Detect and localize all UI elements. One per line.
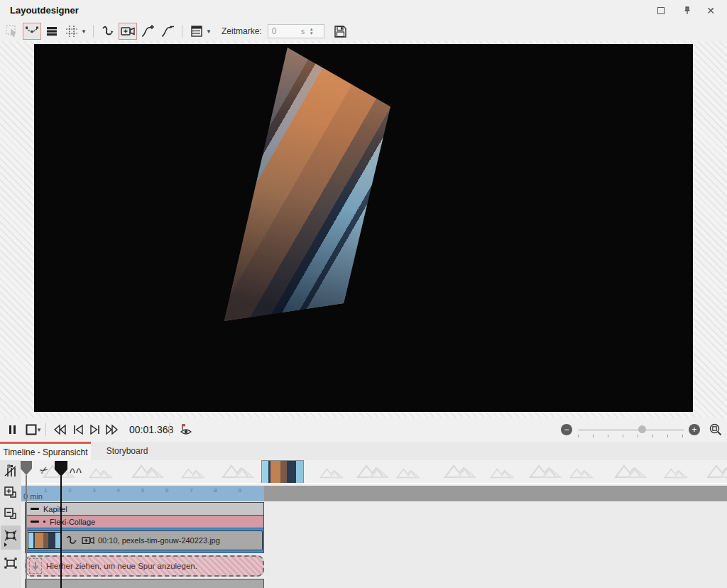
- forward-button[interactable]: [104, 421, 121, 438]
- clip-camera-icon: [81, 535, 95, 546]
- jump-end-icon: [89, 424, 102, 435]
- add-track-button[interactable]: [1, 483, 21, 501]
- transport-separator: [169, 423, 170, 436]
- remove-track-button[interactable]: [1, 504, 21, 523]
- keyframe-list-button[interactable]: [187, 23, 206, 40]
- toolbar-separator: [93, 25, 94, 38]
- image-placeholder-icon: [444, 462, 476, 481]
- save-icon: [334, 25, 347, 38]
- image-placeholder-icon: [181, 466, 205, 481]
- preview-canvas[interactable]: [34, 44, 693, 412]
- track-label: Flexi-Collage: [50, 518, 95, 526]
- animation-curve-button[interactable]: [99, 23, 117, 40]
- timeline-ruler[interactable]: 0 min 123456789: [21, 486, 727, 501]
- maximize-icon: [657, 7, 665, 14]
- ruler-tick-label: 1: [44, 487, 47, 494]
- filmstrip-thumbnail[interactable]: [261, 460, 304, 484]
- image-placeholder-icon: [664, 466, 688, 481]
- optimize-view-dropdown-arrow[interactable]: [4, 543, 7, 547]
- shrink-view-icon: [4, 529, 18, 542]
- curve-points-icon: [25, 24, 39, 38]
- image-placeholder-icon: [706, 462, 727, 481]
- grid-icon: [65, 24, 79, 38]
- ruler-tick-label: 7: [190, 487, 192, 494]
- add-track-icon: [4, 485, 18, 499]
- remove-keyframe-button[interactable]: [158, 23, 177, 40]
- wave-icon: [68, 464, 84, 476]
- zeitmarke-stepper[interactable]: ▲▼: [310, 27, 315, 36]
- pause-button[interactable]: [4, 421, 21, 438]
- track-stripes-button[interactable]: [43, 23, 61, 40]
- ruler-tick-label: 6: [165, 487, 168, 494]
- clip-label: 00:10, pexels-tim-gouw-240223.jpg: [98, 536, 220, 545]
- stepper-down-icon[interactable]: ▼: [310, 31, 314, 36]
- toolbar-separator: [182, 25, 182, 38]
- timeline-sidebar: [0, 460, 21, 588]
- track-mute-icon: [4, 464, 18, 478]
- zoom-out-button[interactable]: −: [561, 424, 572, 435]
- rewind-icon: [53, 424, 67, 435]
- expand-view-icon: [4, 557, 18, 570]
- range-marker-line: [26, 475, 27, 588]
- filmstrip-row[interactable]: [21, 460, 727, 484]
- remove-track-icon: [4, 506, 18, 521]
- clip-curve-icon: [65, 534, 78, 547]
- expand-view-button[interactable]: [1, 554, 21, 572]
- image-placeholder-icon: [356, 462, 389, 481]
- ruler-tick-label: 4: [117, 487, 120, 494]
- preview-image[interactable]: [224, 48, 390, 321]
- collapse-dash-icon[interactable]: [31, 521, 39, 523]
- transport-separator: [45, 423, 46, 436]
- arrow-down-icon: [32, 561, 39, 571]
- pin-button[interactable]: [678, 2, 696, 19]
- curve-mode-button[interactable]: [23, 23, 41, 40]
- zeitmarke-input[interactable]: [268, 26, 301, 36]
- grid-dropdown-arrow[interactable]: ▼: [81, 28, 88, 35]
- zeitmarke-field: s ▲▼: [268, 24, 324, 38]
- object-mode-button[interactable]: [1, 462, 21, 480]
- tab-timeline-spuransicht[interactable]: Timeline - Spuransicht: [0, 442, 91, 460]
- grid-button[interactable]: [62, 23, 81, 40]
- optimize-view-button[interactable]: [1, 526, 21, 550]
- image-placeholder-icon: [490, 466, 514, 481]
- zoom-slider-track[interactable]: [578, 429, 684, 431]
- select-mode-button[interactable]: [3, 23, 21, 40]
- ruler-tick-label: 2: [68, 487, 71, 494]
- jump-start-button[interactable]: [70, 421, 87, 438]
- playhead-line: [60, 475, 62, 588]
- preview-marker-button[interactable]: [177, 421, 195, 438]
- clip-thumbnail: [28, 532, 62, 549]
- save-button[interactable]: [332, 23, 350, 40]
- ruler-tick-label: 9: [239, 487, 241, 494]
- image-placeholder-icon: [396, 466, 420, 481]
- keyframe-list-dropdown-arrow[interactable]: ▼: [206, 28, 213, 35]
- view-tabs: Timeline - Spuransicht Storyboard: [0, 442, 727, 460]
- panel-titlebar: Layoutdesigner ✕: [0, 0, 727, 21]
- pin-icon: [682, 6, 692, 16]
- zoom-in-button[interactable]: +: [689, 424, 700, 435]
- tab-label: Timeline - Spuransicht: [4, 447, 88, 457]
- track-label: Kapitel: [43, 505, 67, 513]
- camera-icon: [120, 25, 136, 38]
- forward-icon: [105, 424, 119, 435]
- s-curve-icon: [101, 24, 115, 38]
- tab-storyboard[interactable]: Storyboard: [91, 442, 163, 460]
- keyframe-list-icon: [190, 24, 204, 38]
- ruler-selected-range[interactable]: 0 min 123456789: [21, 486, 264, 501]
- image-placeholder-icon: [131, 462, 164, 481]
- jump-end-button[interactable]: [87, 421, 104, 438]
- maximize-button[interactable]: [652, 2, 670, 19]
- magnifier-icon: [709, 423, 723, 437]
- ruler-tick-label: 8: [214, 487, 217, 494]
- rewind-button[interactable]: [51, 421, 68, 438]
- zoom-fit-button[interactable]: [707, 421, 724, 438]
- add-keyframe-button[interactable]: [138, 23, 157, 40]
- close-button[interactable]: ✕: [701, 2, 720, 19]
- zoom-slider-thumb[interactable]: [638, 425, 646, 433]
- curve-minus-icon: [160, 24, 175, 38]
- collapse-dash-icon[interactable]: [31, 508, 39, 510]
- image-placeholder-icon: [319, 466, 344, 481]
- stop-dropdown-arrow[interactable]: ▼: [35, 421, 43, 438]
- dropzone-label: Hierher ziehen, um neue Spur anzulegen.: [46, 562, 197, 570]
- camera-button[interactable]: [119, 23, 137, 40]
